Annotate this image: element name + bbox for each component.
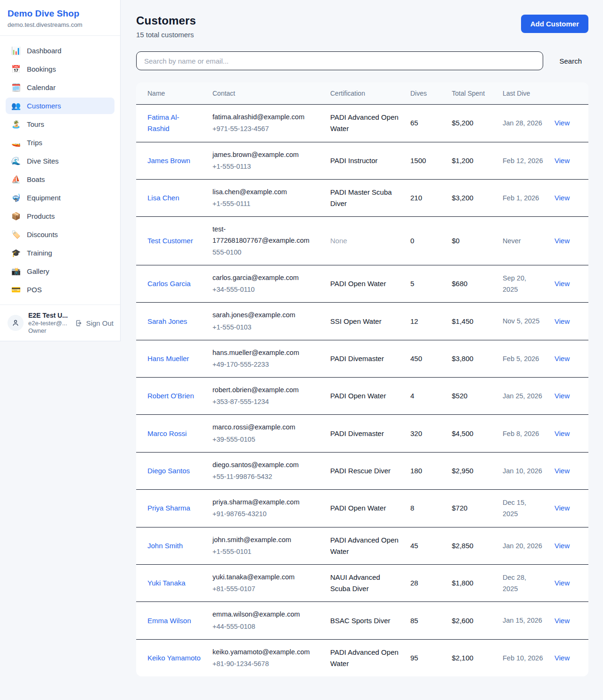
wave-icon: 🌊 <box>11 157 21 165</box>
sidebar-item-trips[interactable]: 🚤 Trips <box>6 134 114 151</box>
view-link[interactable]: View <box>554 119 570 127</box>
sidebar-item-discounts[interactable]: 🏷️ Discounts <box>6 226 114 243</box>
customer-certification: PADI Rescue Diver <box>330 467 391 475</box>
view-link[interactable]: View <box>554 467 570 475</box>
customer-name-link[interactable]: Fatima Al-Rashid <box>147 113 179 132</box>
customer-name-link[interactable]: Sarah Jones <box>147 317 187 325</box>
sidebar-item-tours[interactable]: 🏝️ Tours <box>6 116 114 132</box>
customer-last-dive: Jan 25, 2026 <box>503 392 542 400</box>
view-link[interactable]: View <box>554 194 570 202</box>
customer-dives: 210 <box>410 194 422 202</box>
user-email: e2e-tester@... <box>28 320 70 327</box>
customer-email: carlos.garcia@example.com <box>212 272 319 283</box>
customer-email: emma.wilson@example.com <box>212 609 319 620</box>
customer-name-link[interactable]: Yuki Tanaka <box>147 579 186 587</box>
sign-out-label: Sign Out <box>86 319 114 327</box>
customer-phone: +1-555-0103 <box>212 322 319 333</box>
view-link[interactable]: View <box>554 280 570 288</box>
view-link[interactable]: View <box>554 429 570 437</box>
sidebar-item-pos[interactable]: 💳 POS <box>6 281 114 298</box>
sailboat-icon: ⛵ <box>11 176 21 183</box>
customer-name-link[interactable]: Marco Rossi <box>147 429 187 437</box>
view-link[interactable]: View <box>554 237 570 245</box>
customer-count: 15 total customers <box>136 31 196 39</box>
customer-total-spent: $2,950 <box>452 467 473 475</box>
customer-email: robert.obrien@example.com <box>212 385 319 395</box>
island-icon: 🏝️ <box>11 121 21 128</box>
customer-dives: 28 <box>410 579 418 587</box>
sidebar-item-products[interactable]: 📦 Products <box>6 208 114 224</box>
customer-phone: 555-0100 <box>212 247 319 258</box>
table-row: Emma Wilson emma.wilson@example.com +44-… <box>136 602 588 639</box>
customer-name-link[interactable]: Keiko Yamamoto <box>147 654 201 662</box>
customer-name-link[interactable]: Test Customer <box>147 237 193 245</box>
view-link[interactable]: View <box>554 542 570 550</box>
view-link[interactable]: View <box>554 354 570 362</box>
sidebar-item-label: POS <box>27 286 42 294</box>
customer-last-dive: Feb 1, 2026 <box>503 194 539 202</box>
customer-name-link[interactable]: Hans Mueller <box>147 354 189 362</box>
sidebar-item-equipment[interactable]: 🤿 Equipment <box>6 189 114 206</box>
customer-name-link[interactable]: Carlos Garcia <box>147 280 191 288</box>
customer-email: lisa.chen@example.com <box>212 187 319 198</box>
customer-email: john.smith@example.com <box>212 535 319 545</box>
sidebar-item-customers[interactable]: 👥 Customers <box>6 98 114 114</box>
customer-phone: +1-555-0113 <box>212 161 319 172</box>
view-link[interactable]: View <box>554 392 570 400</box>
view-link[interactable]: View <box>554 156 570 165</box>
customer-name-link[interactable]: Priya Sharma <box>147 504 190 512</box>
sidebar: Demo Dive Shop demo.test.divestreams.com… <box>0 0 121 341</box>
sidebar-item-dive-sites[interactable]: 🌊 Dive Sites <box>6 153 114 169</box>
sidebar-item-training[interactable]: 🎓 Training <box>6 245 114 261</box>
customer-email: sarah.jones@example.com <box>212 310 319 321</box>
column-header-name: Name <box>136 82 207 105</box>
customer-name-link[interactable]: Lisa Chen <box>147 194 179 202</box>
view-link[interactable]: View <box>554 317 570 325</box>
view-link[interactable]: View <box>554 579 570 587</box>
customer-phone: +81-555-0107 <box>212 584 319 594</box>
view-link[interactable]: View <box>554 654 570 662</box>
customer-total-spent: $1,800 <box>452 579 473 587</box>
sidebar-item-gallery[interactable]: 📸 Gallery <box>6 263 114 280</box>
search-button[interactable]: Search <box>553 53 588 69</box>
sidebar-item-dashboard[interactable]: 📊 Dashboard <box>6 42 114 59</box>
customer-last-dive: Jan 20, 2026 <box>503 542 542 550</box>
search-input[interactable] <box>136 51 543 70</box>
add-customer-button[interactable]: Add Customer <box>521 15 588 33</box>
customer-name-link[interactable]: John Smith <box>147 542 183 550</box>
customer-name-link[interactable]: Diego Santos <box>147 467 190 475</box>
sidebar-item-label: Customers <box>27 102 61 110</box>
customer-last-dive: Feb 5, 2026 <box>503 355 539 362</box>
customer-total-spent: $3,200 <box>452 194 473 202</box>
sidebar-item-boats[interactable]: ⛵ Boats <box>6 171 114 188</box>
customer-dives: 12 <box>410 317 418 325</box>
customer-name-link[interactable]: Robert O'Brien <box>147 392 194 400</box>
customer-last-dive: Feb 12, 2026 <box>503 157 543 165</box>
customer-name-link[interactable]: James Brown <box>147 156 190 165</box>
customer-dives: 450 <box>410 354 422 362</box>
sidebar-item-label: Trips <box>27 139 42 147</box>
customer-last-dive: Sep 20, 2025 <box>503 274 526 293</box>
customer-dives: 85 <box>410 617 418 625</box>
sign-out-button[interactable]: Sign Out <box>75 319 114 327</box>
column-header-total-spent: Total Spent <box>446 82 497 105</box>
sidebar-item-calendar[interactable]: 🗓️ Calendar <box>6 79 114 96</box>
customer-last-dive: Dec 15, 2025 <box>503 499 526 518</box>
customer-total-spent: $2,600 <box>452 617 473 625</box>
customer-last-dive: Jan 28, 2026 <box>503 119 542 127</box>
customer-name-link[interactable]: Emma Wilson <box>147 617 191 625</box>
sidebar-item-label: Boats <box>27 175 45 183</box>
package-icon: 📦 <box>11 213 21 220</box>
brand-domain: demo.test.divestreams.com <box>8 21 113 28</box>
customer-certification: NAUI Advanced Scuba Diver <box>330 573 380 593</box>
sidebar-nav: 📊 Dashboard 📅 Bookings 🗓️ Calendar 👥 Cus… <box>0 36 120 305</box>
table-row: Test Customer test-1772681807767@example… <box>136 217 588 265</box>
customers-table: Name Contact Certification Dives Total S… <box>136 82 588 676</box>
customer-dives: 180 <box>410 467 422 475</box>
sidebar-item-bookings[interactable]: 📅 Bookings <box>6 61 114 77</box>
view-link[interactable]: View <box>554 504 570 512</box>
view-link[interactable]: View <box>554 617 570 625</box>
customer-last-dive: Feb 10, 2026 <box>503 654 543 662</box>
sidebar-item-label: Tours <box>27 120 44 128</box>
customer-last-dive: Dec 28, 2025 <box>503 574 526 593</box>
